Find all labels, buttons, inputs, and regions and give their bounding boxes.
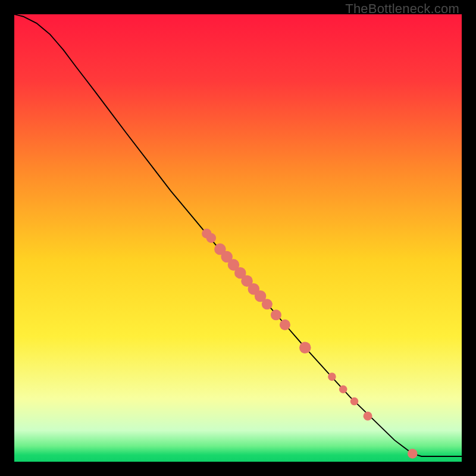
chart-frame: [14, 14, 462, 462]
data-point: [339, 385, 347, 393]
gradient-background: [14, 14, 462, 462]
data-point: [328, 372, 336, 381]
data-point: [408, 449, 418, 459]
data-point: [299, 342, 311, 353]
data-point: [206, 233, 217, 243]
data-point: [350, 397, 359, 406]
data-point: [271, 309, 281, 320]
bottleneck-chart: [14, 14, 462, 462]
data-point: [364, 412, 372, 421]
data-point: [280, 320, 290, 330]
data-point: [262, 299, 273, 309]
